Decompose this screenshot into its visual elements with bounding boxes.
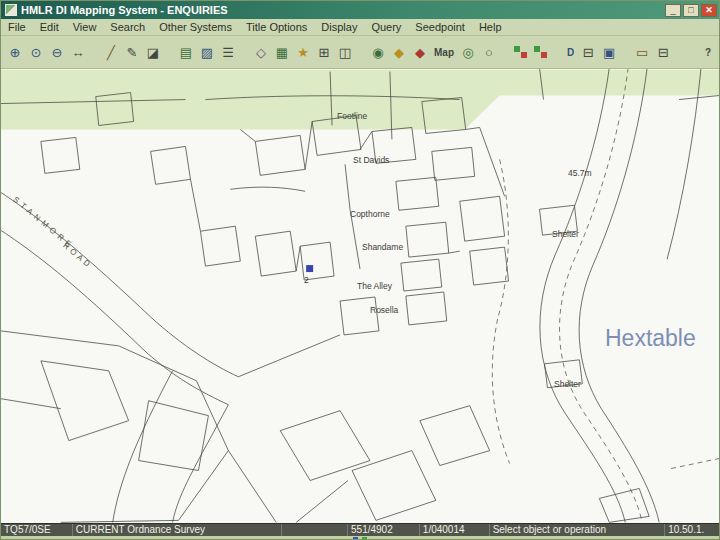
bottom-strip [1, 536, 719, 540]
zoom-window-icon[interactable]: ⊕ [5, 42, 25, 62]
map-sheet-icon[interactable]: ▨ [197, 42, 217, 62]
list-icon[interactable]: ☰ [218, 42, 238, 62]
seedpoint-marker[interactable] [306, 265, 313, 272]
menu-item-display[interactable]: Display [314, 20, 364, 34]
map-label-shelter-2: Shelter [554, 379, 581, 389]
toolbar: ⊕ ⊙ ⊖ ↔ ╱ ✎ ◪ ▤ ▨ ☰ ◇ ▦ ★ ⊞ ◫ ◉ ◆ ◆ Map … [1, 36, 719, 69]
app-icon [5, 4, 17, 16]
maximize-button[interactable]: □ [683, 4, 699, 17]
window-title: HMLR DI Mapping System - ENQUIRIES [21, 4, 665, 16]
polygon-icon[interactable]: ◇ [251, 42, 271, 62]
circle-icon[interactable]: ○ [479, 42, 499, 62]
eraser-icon[interactable]: ◪ [143, 42, 163, 62]
printer-2-icon[interactable]: ⊟ [653, 42, 673, 62]
save-icon[interactable]: ▣ [599, 42, 619, 62]
star-icon[interactable]: ★ [293, 42, 313, 62]
map-label-plot-number: 2 [304, 275, 309, 285]
status-message: Select object or operation [490, 524, 666, 536]
menu-item-help[interactable]: Help [472, 20, 509, 34]
status-grid-reference: TQ57/0SE [1, 524, 73, 536]
place-name-hextable: Hextable [605, 325, 696, 352]
map-label-shelter-1: Shelter [552, 229, 579, 239]
menu-item-edit[interactable]: Edit [33, 20, 66, 34]
grid-icon[interactable]: ⊞ [314, 42, 334, 62]
zoom-icon[interactable]: ⊙ [26, 42, 46, 62]
menu-item-seedpoint[interactable]: Seedpoint [408, 20, 472, 34]
menubar: File Edit View Search Other Systems Titl… [1, 19, 719, 36]
legend-green-red-icon-2[interactable] [532, 43, 550, 61]
d-label[interactable]: D [564, 42, 577, 62]
pan-icon[interactable]: ↔ [68, 42, 88, 62]
windows-icon[interactable]: ◫ [335, 42, 355, 62]
printer-icon[interactable]: ⊟ [578, 42, 598, 62]
status-empty-cell [282, 524, 348, 536]
map-label-footline: Footline [337, 111, 367, 121]
window-controls: _ □ ✕ [665, 4, 717, 17]
folder-icon[interactable]: ▭ [632, 42, 652, 62]
close-button[interactable]: ✕ [701, 4, 717, 17]
map-area[interactable]: Footline St Davids 45.7m Copthorne Shelt… [1, 69, 719, 523]
map-label-spot-height: 45.7m [568, 168, 592, 178]
hatch-icon[interactable]: ▦ [272, 42, 292, 62]
legend-green-swatch [534, 46, 540, 52]
minimize-button[interactable]: _ [665, 4, 681, 17]
map-label-st-davids: St Davids [353, 155, 389, 165]
shield-red-icon[interactable]: ◆ [410, 42, 430, 62]
menu-item-file[interactable]: File [1, 20, 33, 34]
legend-red-swatch [521, 52, 527, 58]
globe-icon[interactable]: ◉ [368, 42, 388, 62]
help-icon[interactable]: ? [702, 42, 714, 62]
pencil-icon[interactable]: ✎ [122, 42, 142, 62]
menu-item-search[interactable]: Search [103, 20, 152, 34]
zoom-out-icon[interactable]: ⊖ [47, 42, 67, 62]
app-window: HMLR DI Mapping System - ENQUIRIES _ □ ✕… [0, 0, 720, 540]
measure-icon[interactable]: ╱ [101, 42, 121, 62]
legend-green-swatch [514, 46, 520, 52]
titlebar: HMLR DI Mapping System - ENQUIRIES _ □ ✕ [1, 1, 719, 19]
layers-icon[interactable]: ▤ [176, 42, 196, 62]
map-label-rosella: Rosella [370, 305, 398, 315]
menu-item-query[interactable]: Query [364, 20, 408, 34]
map-toolbar-label[interactable]: Map [431, 42, 457, 62]
map-label-the-alley: The Alley [357, 281, 392, 291]
status-coordinate-northing: 1/040014 [420, 524, 490, 536]
globe-2-icon[interactable]: ◎ [458, 42, 478, 62]
status-time: 10.50.1. [665, 524, 719, 536]
menu-item-other-systems[interactable]: Other Systems [152, 20, 239, 34]
status-coordinate-easting: 551/4902 [348, 524, 420, 536]
statusbar: TQ57/0SE CURRENT Ordnance Survey 551/490… [1, 523, 719, 536]
map-label-shandame: Shandame [362, 242, 403, 252]
map-canvas [1, 69, 719, 523]
menu-item-title-options[interactable]: Title Options [239, 20, 314, 34]
status-map-source: CURRENT Ordnance Survey [73, 524, 282, 536]
map-label-copthorne: Copthorne [350, 209, 390, 219]
menu-item-view[interactable]: View [66, 20, 104, 34]
shield-yellow-icon[interactable]: ◆ [389, 42, 409, 62]
legend-green-red-icon[interactable] [512, 43, 530, 61]
legend-red-swatch [541, 52, 547, 58]
